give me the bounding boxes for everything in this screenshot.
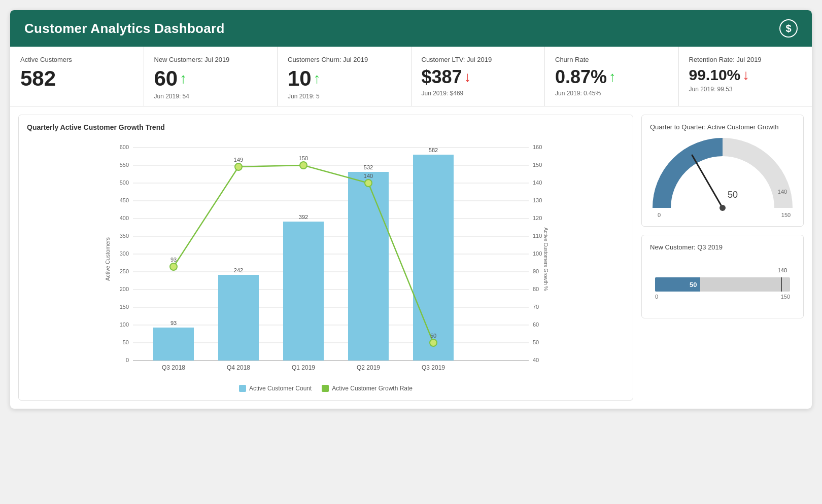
svg-text:200: 200 <box>120 286 129 292</box>
kpi-retention-value: 99.10% ↓ <box>689 66 802 84</box>
kpi-churn-rate-value: 0.87% ↑ <box>555 66 668 88</box>
svg-text:80: 80 <box>533 286 539 292</box>
legend-bar-color <box>239 385 246 392</box>
svg-text:40: 40 <box>533 357 539 363</box>
svg-text:140: 140 <box>533 179 542 186</box>
legend-line-color <box>322 385 329 392</box>
svg-text:130: 130 <box>533 197 542 203</box>
kpi-new-customers: New Customers: Jul 2019 60 ↑ Jun 2019: 5… <box>144 47 278 106</box>
dashboard: Customer Analytics Dashboard $ Active Cu… <box>10 10 812 409</box>
svg-text:532: 532 <box>364 164 373 170</box>
bullet-title: New Customer: Q3 2019 <box>650 243 795 251</box>
kpi-churn-customers: Customers Churn: Jul 2019 10 ↑ Jun 2019:… <box>278 47 412 106</box>
kpi-churn-rate-label: Churn Rate <box>555 56 668 63</box>
svg-text:Q3 2019: Q3 2019 <box>422 364 445 371</box>
svg-text:150: 150 <box>120 304 129 310</box>
svg-text:Q2 2019: Q2 2019 <box>357 364 380 371</box>
svg-text:50: 50 <box>430 333 436 339</box>
kpi-active-customers-value: 582 <box>20 66 133 91</box>
bar-q3-2019 <box>413 155 454 361</box>
kpi-retention: Retention Rate: Jul 2019 99.10% ↓ Jun 20… <box>679 47 812 106</box>
svg-text:450: 450 <box>120 197 129 203</box>
svg-text:110: 110 <box>533 233 542 239</box>
gauge-svg: 0 150 140 50 <box>652 137 794 218</box>
svg-text:70: 70 <box>533 304 539 310</box>
bar-chart-container: Active Customers Active Customers Growth… <box>27 137 625 381</box>
svg-text:93: 93 <box>170 257 177 263</box>
svg-text:300: 300 <box>120 250 129 257</box>
svg-text:160: 160 <box>533 144 542 150</box>
svg-text:350: 350 <box>120 233 129 239</box>
svg-text:Active Customers: Active Customers <box>105 237 111 281</box>
churn-arrow-up-icon: ↑ <box>314 70 321 87</box>
dot-q2-2019 <box>365 179 372 187</box>
kpi-new-customers-label: New Customers: Jul 2019 <box>154 56 267 63</box>
bar-q2-2019 <box>348 172 389 361</box>
bar-q3-2018 <box>153 328 194 361</box>
svg-text:100: 100 <box>120 321 129 328</box>
gauge-container: 0 150 140 50 <box>650 137 795 218</box>
svg-text:0: 0 <box>658 212 661 218</box>
svg-text:400: 400 <box>120 215 129 221</box>
churn-rate-arrow-up-icon: ↑ <box>609 69 616 85</box>
header-icon: $ <box>779 19 798 38</box>
bullet-min-label: 0 <box>655 294 658 300</box>
bar-q1-2019 <box>283 222 324 361</box>
kpi-active-customers: Active Customers 582 <box>10 47 144 106</box>
gauge-center <box>720 205 726 211</box>
kpi-retention-sub: Jun 2019: 99.53 <box>689 86 802 93</box>
svg-text:140: 140 <box>364 173 373 179</box>
svg-text:50: 50 <box>728 190 738 200</box>
bar-chart-title: Quarterly Active Customer Growth Trend <box>27 123 625 131</box>
bullet-fill: 50 <box>655 277 700 292</box>
svg-text:50: 50 <box>123 339 129 345</box>
bullet-axis-labels: 0 150 <box>655 294 790 300</box>
svg-text:50: 50 <box>533 339 539 345</box>
main-content: Quarterly Active Customer Growth Trend A… <box>10 106 812 409</box>
svg-text:120: 120 <box>533 215 542 221</box>
kpi-churn-rate-sub: Jun 2019: 0.45% <box>555 90 668 97</box>
kpi-churn-customers-value: 10 ↑ <box>288 66 401 91</box>
svg-text:150: 150 <box>533 162 542 168</box>
kpi-ltv: Customer LTV: Jul 2019 $387 ↓ Jun 2019: … <box>412 47 545 106</box>
bullet-track: 50 <box>655 277 790 292</box>
svg-text:150: 150 <box>781 212 791 218</box>
retention-arrow-down-icon: ↓ <box>742 67 749 83</box>
dashboard-title: Customer Analytics Dashboard <box>24 21 225 37</box>
svg-text:582: 582 <box>429 147 438 153</box>
bar-chart-section: Quarterly Active Customer Growth Trend A… <box>18 115 633 401</box>
svg-text:140: 140 <box>778 189 787 195</box>
kpi-ltv-value: $387 ↓ <box>422 66 535 88</box>
svg-text:500: 500 <box>120 179 129 186</box>
right-panels: Quarter to Quarter: Active Customer Grow… <box>641 115 804 401</box>
dot-q3-2018 <box>170 263 177 270</box>
header: Customer Analytics Dashboard $ <box>10 10 812 47</box>
svg-text:93: 93 <box>170 320 177 326</box>
chart-legend: Active Customer Count Active Customer Gr… <box>27 385 625 392</box>
gauge-needle <box>692 155 723 208</box>
kpi-churn-customers-sub: Jun 2019: 5 <box>288 93 401 100</box>
kpi-retention-label: Retention Rate: Jul 2019 <box>689 56 802 63</box>
bar-q4-2018 <box>218 275 259 361</box>
kpi-active-customers-label: Active Customers <box>20 56 133 63</box>
kpi-row: Active Customers 582 New Customers: Jul … <box>10 47 812 106</box>
legend-bar-label: Active Customer Count <box>249 385 312 392</box>
kpi-churn-rate: Churn Rate 0.87% ↑ Jun 2019: 0.45% <box>545 47 679 106</box>
arrow-up-icon: ↑ <box>180 70 187 87</box>
legend-bar: Active Customer Count <box>239 385 312 392</box>
bullet-marker <box>781 277 782 292</box>
bullet-target-area: 140 <box>655 267 790 277</box>
svg-text:Q1 2019: Q1 2019 <box>292 364 315 371</box>
kpi-ltv-sub: Jun 2019: $469 <box>422 90 535 97</box>
svg-text:90: 90 <box>533 268 539 274</box>
bullet-container: 140 50 0 150 <box>650 257 795 310</box>
gauge-title: Quarter to Quarter: Active Customer Grow… <box>650 123 795 131</box>
kpi-new-customers-sub: Jun 2019: 54 <box>154 93 267 100</box>
svg-text:100: 100 <box>533 250 542 257</box>
ltv-arrow-down-icon: ↓ <box>464 69 471 85</box>
svg-text:149: 149 <box>234 157 243 163</box>
svg-text:600: 600 <box>120 144 129 150</box>
kpi-churn-customers-label: Customers Churn: Jul 2019 <box>288 56 401 63</box>
svg-text:0: 0 <box>126 357 129 363</box>
bullet-wrapper: 140 50 0 150 <box>655 267 790 300</box>
